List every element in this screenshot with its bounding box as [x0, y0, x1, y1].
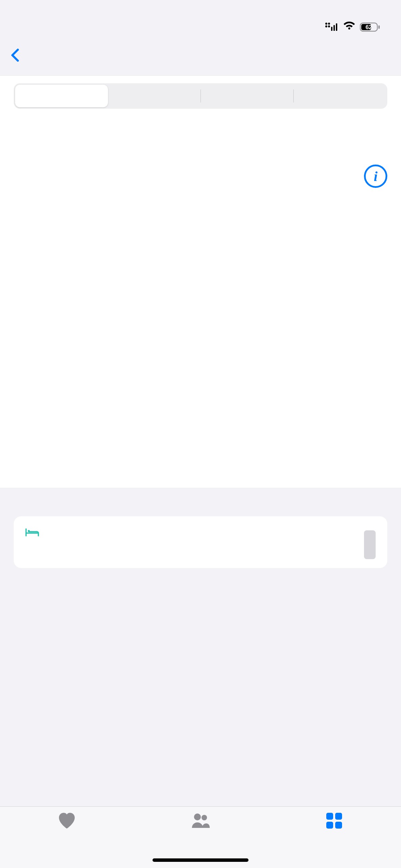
cellular-icon — [325, 20, 339, 34]
svg-point-6 — [325, 25, 327, 27]
tab-summary[interactable] — [0, 811, 134, 832]
svg-point-0 — [325, 23, 327, 25]
stat-time-in-bed — [14, 119, 200, 121]
highlight-mini-bar — [364, 530, 376, 559]
bed-icon — [25, 527, 39, 540]
heart-icon — [57, 811, 77, 830]
svg-point-1 — [328, 23, 330, 25]
segment-6month[interactable] — [293, 85, 386, 107]
svg-point-14 — [202, 815, 207, 820]
show-more-sleep-data[interactable] — [0, 449, 401, 474]
back-button[interactable] — [10, 48, 21, 65]
svg-rect-16 — [335, 813, 342, 820]
svg-rect-17 — [326, 822, 333, 829]
people-icon — [191, 811, 210, 830]
svg-rect-10 — [378, 25, 380, 29]
svg-rect-15 — [326, 813, 333, 820]
sleep-stages-chart[interactable] — [14, 130, 387, 449]
stat-time-asleep — [200, 119, 387, 121]
highlights-section — [0, 488, 401, 568]
stats-row — [0, 109, 401, 121]
stat-date — [0, 121, 401, 123]
x-axis-ticks — [14, 434, 387, 449]
svg-point-13 — [194, 813, 201, 820]
segment-week[interactable] — [108, 85, 201, 107]
segment-day[interactable] — [15, 85, 108, 107]
grid-icon — [324, 811, 344, 830]
highlight-card-sleep[interactable] — [14, 516, 387, 568]
main-content: i — [0, 75, 401, 488]
chart-svg — [14, 130, 387, 432]
chevron-left-icon — [10, 48, 19, 65]
range-segmented-control — [14, 83, 387, 109]
status-bar: 62 — [0, 0, 401, 38]
svg-rect-2 — [331, 27, 332, 31]
svg-rect-4 — [336, 23, 337, 31]
svg-point-12 — [28, 530, 30, 532]
wifi-icon — [343, 20, 356, 34]
svg-rect-18 — [335, 822, 342, 829]
home-indicator[interactable] — [153, 858, 248, 862]
svg-rect-3 — [333, 25, 335, 31]
tab-sharing[interactable] — [134, 811, 267, 832]
nav-header — [0, 38, 401, 75]
svg-point-7 — [328, 25, 330, 27]
svg-text:62: 62 — [366, 24, 372, 31]
tab-browse[interactable] — [267, 811, 401, 832]
segment-month[interactable] — [200, 85, 293, 107]
battery-icon: 62 — [360, 22, 380, 32]
